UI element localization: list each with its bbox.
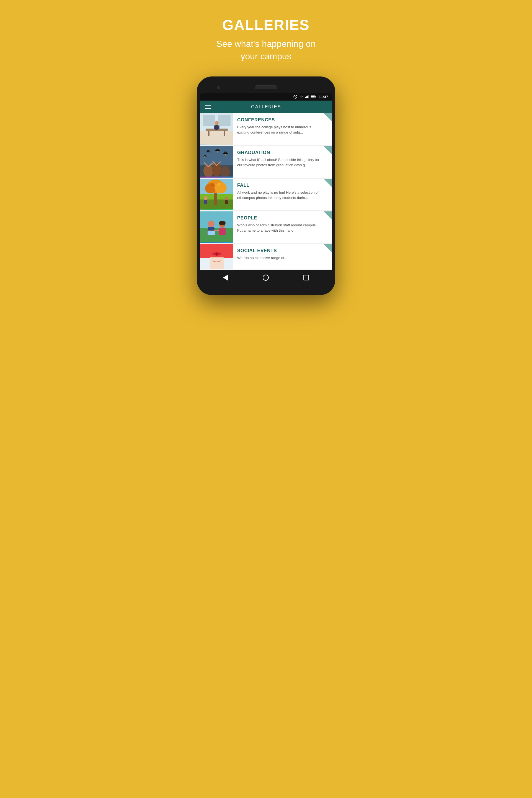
gallery-item-content-social: SOCIAL EVENTS We run an extensive range … <box>233 244 332 269</box>
phone-shell: 11:37 GALLERIES <box>197 76 335 295</box>
corner-indicator-conferences <box>324 113 332 122</box>
svg-rect-16 <box>208 131 209 136</box>
svg-rect-64 <box>219 228 226 235</box>
svg-rect-6 <box>308 95 309 98</box>
svg-rect-5 <box>307 96 308 98</box>
blocked-icon <box>293 95 297 99</box>
svg-point-49 <box>214 182 227 193</box>
gallery-item-content-people: PEOPLE Who's who of administration staff… <box>233 211 332 243</box>
svg-point-54 <box>225 197 228 200</box>
svg-rect-17 <box>224 131 225 136</box>
signal-icon <box>305 95 309 98</box>
svg-rect-13 <box>218 115 230 126</box>
hamburger-line-2 <box>205 107 211 107</box>
gallery-item-title-social: SOCIAL EVENTS <box>237 248 322 253</box>
svg-rect-14 <box>200 131 233 144</box>
svg-rect-58 <box>200 211 233 228</box>
svg-rect-8 <box>315 96 316 97</box>
gallery-item-fall[interactable]: FALL All work and no play is no fun! Her… <box>200 179 332 210</box>
svg-rect-27 <box>206 152 211 152</box>
svg-point-25 <box>212 163 221 176</box>
corner-indicator-graduation <box>324 146 332 154</box>
svg-rect-9 <box>311 96 315 97</box>
gallery-item-social-events[interactable]: SOCIAL EVENTS We run an extensive range … <box>200 244 332 269</box>
svg-point-51 <box>217 183 220 186</box>
gallery-image-conferences <box>200 113 233 145</box>
svg-rect-55 <box>225 200 228 204</box>
svg-rect-53 <box>204 200 207 204</box>
svg-rect-30 <box>215 150 220 151</box>
corner-indicator-people <box>324 211 332 220</box>
recent-apps-button[interactable] <box>303 275 309 280</box>
fall-illustration <box>200 179 233 209</box>
svg-rect-31 <box>216 149 219 150</box>
svg-rect-20 <box>214 126 215 129</box>
gallery-image-people <box>200 211 233 243</box>
gallery-item-people[interactable]: PEOPLE Who's who of administration staff… <box>200 211 332 243</box>
status-time: 11:37 <box>319 95 328 99</box>
svg-rect-12 <box>203 115 215 126</box>
gallery-item-title-people: PEOPLE <box>237 215 322 221</box>
gallery-item-conferences[interactable]: CONFERENCES Every year the college plays… <box>200 113 332 145</box>
svg-rect-71 <box>210 258 224 269</box>
gallery-image-social <box>200 244 233 269</box>
hamburger-line-1 <box>205 105 211 106</box>
gallery-item-desc-social: We run an extensive range of... <box>237 255 322 261</box>
phone-bezel-top <box>200 82 332 93</box>
social-illustration <box>200 244 233 269</box>
phone-screen: 11:37 GALLERIES <box>200 93 332 285</box>
gallery-item-desc-graduation: This is what it's all about! Step inside… <box>237 157 322 168</box>
svg-point-48 <box>205 184 216 193</box>
hamburger-line-3 <box>205 108 211 109</box>
front-camera <box>217 86 220 89</box>
status-icons: 11:37 <box>293 95 328 99</box>
wifi-icon <box>299 95 303 98</box>
page-subtitle: See what's happening onyour campus <box>216 38 316 63</box>
svg-rect-4 <box>306 96 307 98</box>
top-navigation-bar: GALLERIES <box>200 100 332 113</box>
app-bar-title: GALLERIES <box>251 104 281 110</box>
bottom-navigation-bar <box>200 270 332 285</box>
gallery-item-content-fall: FALL All work and no play is no fun! Her… <box>233 179 332 210</box>
gallery-item-title-conferences: CONFERENCES <box>237 117 322 123</box>
svg-rect-37 <box>204 155 206 156</box>
back-button[interactable] <box>223 274 228 281</box>
svg-rect-34 <box>224 152 227 153</box>
page-header: GALLERIES See what's happening onyour ca… <box>216 17 316 63</box>
svg-rect-57 <box>200 228 233 242</box>
svg-point-52 <box>204 196 208 200</box>
svg-rect-3 <box>305 97 306 98</box>
gallery-item-desc-fall: All work and no play is no fun! Here's a… <box>237 190 322 201</box>
conference-illustration <box>200 113 233 144</box>
home-button[interactable] <box>263 274 269 281</box>
status-bar: 11:37 <box>200 93 332 100</box>
people-illustration <box>200 211 233 242</box>
svg-point-18 <box>215 121 218 125</box>
gallery-list: CONFERENCES Every year the college plays… <box>200 113 332 269</box>
svg-point-2 <box>301 98 302 98</box>
corner-indicator-fall <box>324 179 332 187</box>
svg-rect-33 <box>223 153 228 154</box>
gallery-image-graduation <box>200 146 233 177</box>
hamburger-menu-button[interactable] <box>205 105 211 109</box>
gallery-item-desc-people: Who's who of administration staff around… <box>237 223 322 233</box>
svg-rect-28 <box>207 150 209 152</box>
svg-rect-68 <box>200 244 233 258</box>
phone-speaker <box>255 86 277 89</box>
gallery-image-fall <box>200 179 233 210</box>
page-title: GALLERIES <box>216 17 316 33</box>
graduation-illustration <box>200 146 233 176</box>
gallery-item-title-fall: FALL <box>237 183 322 188</box>
battery-icon <box>310 95 316 98</box>
svg-point-50 <box>211 183 214 187</box>
corner-indicator-social <box>324 244 332 252</box>
svg-point-65 <box>219 221 226 225</box>
phone-bezel-bottom <box>200 285 332 289</box>
gallery-item-content-graduation: GRADUATION This is what it's all about! … <box>233 146 332 177</box>
svg-rect-62 <box>208 231 215 235</box>
svg-rect-21 <box>218 126 220 129</box>
svg-line-1 <box>294 96 297 98</box>
gallery-item-graduation[interactable]: GRADUATION This is what it's all about! … <box>200 146 332 177</box>
gallery-item-desc-conferences: Every year the college plays host to num… <box>237 125 322 135</box>
svg-point-59 <box>208 221 214 227</box>
